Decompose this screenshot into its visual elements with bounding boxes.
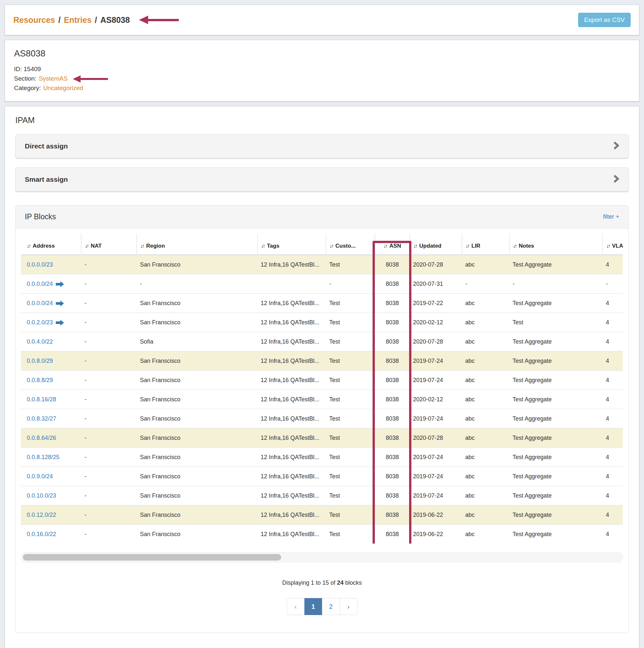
subassigned-arrow-icon bbox=[56, 283, 61, 285]
table-row: 0.0.4.0/22-Sofia12 Infra,16 QATestBl...T… bbox=[21, 332, 623, 352]
column-header-vlan[interactable]: ↓↑VLAN bbox=[602, 234, 623, 255]
cell-notes: Test Aggregate bbox=[509, 332, 602, 352]
cell-region: San Franscisco bbox=[137, 390, 257, 409]
cell-nat: - bbox=[81, 467, 137, 486]
ip-block-link[interactable]: 0.0.10.0/23 bbox=[27, 492, 56, 499]
section-label: Section: bbox=[14, 75, 37, 82]
cell-notes: - bbox=[509, 274, 602, 294]
smart-assign-accordion[interactable]: Smart assign bbox=[15, 167, 629, 192]
ip-blocks-table-wrap: ↓↑Address↓↑NAT↓↑Region↓↑Tags↓↑Custo...↓↑… bbox=[21, 234, 623, 544]
column-header-nat[interactable]: ↓↑NAT bbox=[81, 234, 137, 255]
cell-tags: 12 Infra,16 QATestBl... bbox=[257, 332, 326, 352]
cell-region: San Franscisco bbox=[137, 352, 257, 371]
export-csv-button[interactable]: Export as CSV bbox=[578, 13, 631, 27]
cell-lir: abc bbox=[462, 313, 509, 332]
pagination: ‹12› bbox=[21, 598, 623, 615]
ip-block-link[interactable]: 0.0.8.64/26 bbox=[27, 435, 56, 441]
cell-customer: Test bbox=[326, 371, 375, 390]
column-header-asn[interactable]: ↓↑ASN bbox=[375, 234, 410, 255]
cell-customer: Test bbox=[326, 332, 375, 352]
cell-region: San Franscisco bbox=[137, 486, 257, 505]
page-button-2[interactable]: 2 bbox=[322, 598, 340, 615]
column-header-custo[interactable]: ↓↑Custo... bbox=[326, 234, 375, 255]
cell-notes: Test Aggregate bbox=[509, 525, 602, 544]
cell-updated: 2020-07-28 bbox=[410, 428, 462, 448]
entry-category-line: Category:Uncategorized bbox=[14, 83, 630, 93]
table-row: 0.0.12.0/22-San Franscisco12 Infra,16 QA… bbox=[21, 505, 623, 525]
cell-nat: - bbox=[81, 428, 137, 448]
table-row: 0.0.8.8/29-San Franscisco12 Infra,16 QAT… bbox=[21, 371, 623, 390]
horizontal-scrollbar-track[interactable] bbox=[21, 552, 623, 562]
column-label: Updated bbox=[419, 243, 441, 249]
ip-blocks-body: ↓↑Address↓↑NAT↓↑Region↓↑Tags↓↑Custo...↓↑… bbox=[16, 228, 628, 633]
column-header-region[interactable]: ↓↑Region bbox=[137, 234, 257, 255]
cell-asn: 8038 bbox=[375, 409, 410, 428]
breadcrumb-current-entry: AS8038 bbox=[101, 15, 130, 25]
sort-icon: ↓↑ bbox=[384, 243, 387, 249]
section-link[interactable]: SystemAS bbox=[39, 75, 68, 82]
cell-updated: 2020-07-31 bbox=[410, 274, 462, 294]
cell-nat: - bbox=[81, 352, 137, 371]
column-header-lir[interactable]: ↓↑LIR bbox=[462, 234, 509, 255]
cell-asn: 8038 bbox=[375, 332, 410, 352]
ip-block-link[interactable]: 0.0.12.0/22 bbox=[27, 511, 56, 518]
cell-region: Sofia bbox=[137, 332, 257, 352]
cell-vlan: 4 bbox=[602, 486, 623, 505]
table-row: 0.0.8.0/29-San Franscisco12 Infra,16 QAT… bbox=[21, 352, 623, 371]
chevron-right-icon bbox=[613, 174, 619, 185]
cell-updated: 2019-07-24 bbox=[410, 467, 462, 486]
category-label: Category: bbox=[14, 85, 41, 91]
breadcrumb-link-resources[interactable]: Resources bbox=[13, 15, 55, 25]
arrow-shaft bbox=[80, 78, 108, 80]
smart-assign-label: Smart assign bbox=[25, 175, 68, 183]
page-prev-button[interactable]: ‹ bbox=[287, 598, 305, 615]
ip-block-link[interactable]: 0.0.9.0/24 bbox=[27, 473, 53, 480]
ip-block-link[interactable]: 0.0.16.0/22 bbox=[27, 531, 56, 537]
cell-notes: Test bbox=[509, 313, 602, 332]
ip-block-link[interactable]: 0.0.8.0/29 bbox=[27, 358, 53, 364]
cell-tags: 12 Infra,16 QATestBl... bbox=[257, 390, 326, 409]
column-label: LIR bbox=[471, 243, 480, 249]
column-header-notes[interactable]: ↓↑Notes bbox=[509, 234, 602, 255]
arrow-head-icon bbox=[73, 75, 80, 83]
cell-region: San Franscisco bbox=[137, 467, 257, 486]
cell-lir: abc bbox=[462, 428, 509, 448]
cell-tags: 12 Infra,16 QATestBl... bbox=[257, 486, 326, 505]
cell-updated: 2019-07-22 bbox=[410, 294, 462, 313]
ip-block-link[interactable]: 0.0.0.0/23 bbox=[27, 261, 53, 268]
column-header-tags[interactable]: ↓↑Tags bbox=[257, 234, 326, 255]
ip-block-link[interactable]: 0.0.8.32/27 bbox=[27, 415, 56, 422]
breadcrumb-link-entries[interactable]: Entries bbox=[64, 15, 92, 25]
ip-block-link[interactable]: 0.0.0.0/24 bbox=[27, 281, 53, 287]
page-next-button[interactable]: › bbox=[340, 598, 358, 615]
column-header-address[interactable]: ↓↑Address bbox=[21, 234, 81, 255]
table-row: 0.0.8.64/26-San Franscisco12 Infra,16 QA… bbox=[21, 428, 623, 448]
cell-tags: 12 Infra,16 QATestBl... bbox=[257, 313, 326, 332]
cell-address: 0.0.0.0/24 bbox=[21, 294, 81, 313]
cell-vlan: 4 bbox=[602, 371, 623, 390]
cell-address: 0.0.0.0/23 bbox=[21, 255, 81, 274]
cell-tags: 12 Infra,16 QATestBl... bbox=[257, 505, 326, 525]
page-button-1[interactable]: 1 bbox=[304, 598, 322, 615]
cell-updated: 2019-06-22 bbox=[410, 505, 462, 525]
filter-link[interactable]: filter + bbox=[603, 213, 619, 220]
direct-assign-accordion[interactable]: Direct assign bbox=[15, 134, 629, 158]
ip-block-link[interactable]: 0.0.0.0/24 bbox=[27, 300, 53, 306]
ip-block-link[interactable]: 0.0.8.128/25 bbox=[27, 454, 59, 461]
table-row: 0.0.9.0/24-San Franscisco12 Infra,16 QAT… bbox=[21, 467, 623, 486]
column-header-updated[interactable]: ↓↑Updated bbox=[410, 234, 462, 255]
horizontal-scrollbar-thumb[interactable] bbox=[23, 554, 281, 560]
ip-block-link[interactable]: 0.0.8.8/29 bbox=[27, 377, 53, 383]
category-link[interactable]: Uncategorized bbox=[43, 85, 83, 91]
cell-nat: - bbox=[81, 486, 137, 505]
cell-updated: 2019-07-24 bbox=[410, 448, 462, 467]
cell-vlan: 4 bbox=[602, 294, 623, 313]
ip-block-link[interactable]: 0.0.4.0/22 bbox=[27, 338, 53, 345]
table-header-row: ↓↑Address↓↑NAT↓↑Region↓↑Tags↓↑Custo...↓↑… bbox=[21, 234, 623, 255]
cell-nat: - bbox=[81, 255, 137, 274]
ip-block-link[interactable]: 0.0.8.16/28 bbox=[27, 396, 56, 402]
cell-tags bbox=[257, 274, 326, 294]
ip-blocks-title: IP Blocks bbox=[25, 212, 56, 221]
ip-block-link[interactable]: 0.0.2.0/23 bbox=[27, 319, 53, 326]
cell-address: 0.0.8.0/29 bbox=[21, 352, 81, 371]
